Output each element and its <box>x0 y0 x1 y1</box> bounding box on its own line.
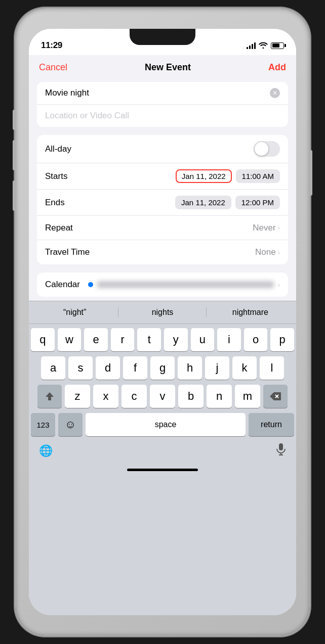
status-time: 11:29 <box>41 40 62 51</box>
key-y[interactable]: y <box>164 328 188 351</box>
key-row-1: q w e r t y u i o p <box>31 328 294 351</box>
key-l[interactable]: l <box>260 356 284 380</box>
starts-time-badge[interactable]: 11:00 AM <box>236 169 280 183</box>
autocomplete-quoted-night[interactable]: “night” <box>31 304 118 321</box>
power-button[interactable] <box>309 150 312 196</box>
calendar-chevron-icon: › <box>278 281 280 289</box>
key-h[interactable]: h <box>178 356 202 380</box>
add-button[interactable]: Add <box>268 62 286 73</box>
num-key[interactable]: 123 <box>31 413 55 436</box>
volume-down-button[interactable] <box>13 180 16 211</box>
key-k[interactable]: k <box>232 356 257 380</box>
key-v[interactable]: v <box>150 385 175 408</box>
starts-label: Starts <box>45 171 96 181</box>
shift-key[interactable] <box>37 385 62 408</box>
repeat-label: Repeat <box>45 223 96 233</box>
ends-time-badge[interactable]: 12:00 PM <box>235 196 280 209</box>
keyboard-keys: q w e r t y u i o p a s <box>29 324 296 438</box>
ends-row[interactable]: Ends Jan 11, 2022 12:00 PM <box>37 190 288 216</box>
repeat-row[interactable]: Repeat Never › <box>37 216 288 240</box>
phone-shell: 11:29 <box>16 9 309 635</box>
starts-row[interactable]: Starts Jan 11, 2022 11:00 AM <box>37 163 288 190</box>
key-a[interactable]: a <box>41 356 65 380</box>
key-e[interactable]: e <box>84 328 108 351</box>
travel-chevron-icon: › <box>278 249 280 256</box>
travel-label: Travel Time <box>45 247 96 257</box>
key-d[interactable]: d <box>96 356 120 380</box>
content-area: Cancel New Event Add ✕ Location or Video… <box>29 55 296 615</box>
cancel-button[interactable]: Cancel <box>39 62 67 73</box>
starts-date-badge[interactable]: Jan 11, 2022 <box>176 169 232 183</box>
key-t[interactable]: t <box>137 328 161 351</box>
autocomplete-nightmare[interactable]: nightmare <box>207 304 294 321</box>
key-o[interactable]: o <box>244 328 268 351</box>
key-s[interactable]: s <box>68 356 93 380</box>
calendar-row: Calendar › <box>37 272 288 297</box>
signal-icon <box>247 42 256 49</box>
key-row-2: a s d f g h j k l <box>31 356 294 380</box>
event-details-card: All-day Starts Jan 11, 2022 11:00 AM <box>37 135 288 264</box>
key-r[interactable]: r <box>111 328 135 351</box>
nav-bar: Cancel New Event Add <box>29 55 296 78</box>
return-key[interactable]: return <box>249 413 294 436</box>
calendar-value-blurred <box>97 281 274 288</box>
space-key[interactable]: space <box>86 413 246 436</box>
keyboard-area: “night” nights nightmare q w e r t y u <box>29 301 296 615</box>
key-g[interactable]: g <box>150 356 175 380</box>
key-x[interactable]: x <box>93 385 118 408</box>
svg-rect-2 <box>279 443 283 450</box>
calendar-card[interactable]: Calendar › <box>37 272 288 297</box>
keyboard-bottom: 🌐 <box>29 438 296 466</box>
autocomplete-nights[interactable]: nights <box>118 304 206 321</box>
wifi-icon <box>259 41 268 50</box>
key-f[interactable]: f <box>123 356 147 380</box>
emoji-key[interactable]: ☺ <box>58 413 83 436</box>
travel-time-row[interactable]: Travel Time None › <box>37 240 288 264</box>
clear-title-button[interactable]: ✕ <box>270 88 280 98</box>
status-icons <box>247 41 284 50</box>
key-m[interactable]: m <box>235 385 260 408</box>
key-c[interactable]: c <box>121 385 147 408</box>
key-q[interactable]: q <box>31 328 55 351</box>
calendar-label: Calendar <box>45 280 80 290</box>
key-w[interactable]: w <box>58 328 82 351</box>
key-j[interactable]: j <box>205 356 229 380</box>
key-z[interactable]: z <box>65 385 90 408</box>
location-field[interactable]: Location or Video Call <box>37 105 288 127</box>
battery-icon <box>271 42 284 49</box>
event-title-input[interactable] <box>45 88 270 98</box>
key-u[interactable]: u <box>191 328 215 351</box>
ends-date-badge[interactable]: Jan 11, 2022 <box>175 196 231 209</box>
globe-icon[interactable]: 🌐 <box>39 444 53 457</box>
travel-value: None › <box>255 247 280 257</box>
key-b[interactable]: b <box>178 385 204 408</box>
autocomplete-bar: “night” nights nightmare <box>29 301 296 324</box>
key-i[interactable]: i <box>217 328 241 351</box>
title-location-card: ✕ Location or Video Call <box>37 82 288 127</box>
repeat-value: Never › <box>253 223 280 233</box>
mute-button[interactable] <box>13 110 16 130</box>
repeat-chevron-icon: › <box>278 224 280 232</box>
calendar-color-dot <box>88 282 93 287</box>
event-title-row: ✕ <box>37 82 288 105</box>
key-p[interactable]: p <box>270 328 294 351</box>
microphone-icon[interactable] <box>276 443 286 458</box>
key-row-3: z x c v b n m <box>31 385 294 408</box>
key-row-4: 123 ☺ space return <box>31 413 294 436</box>
home-indicator <box>127 469 198 471</box>
page-title: New Event <box>145 62 191 73</box>
volume-up-button[interactable] <box>13 140 16 170</box>
key-n[interactable]: n <box>207 385 232 408</box>
notch <box>130 29 195 45</box>
all-day-label: All-day <box>45 144 96 154</box>
all-day-row: All-day <box>37 135 288 163</box>
phone-screen: 11:29 <box>29 29 296 615</box>
all-day-toggle[interactable] <box>254 141 280 157</box>
delete-key[interactable] <box>263 385 288 408</box>
ends-label: Ends <box>45 198 96 208</box>
